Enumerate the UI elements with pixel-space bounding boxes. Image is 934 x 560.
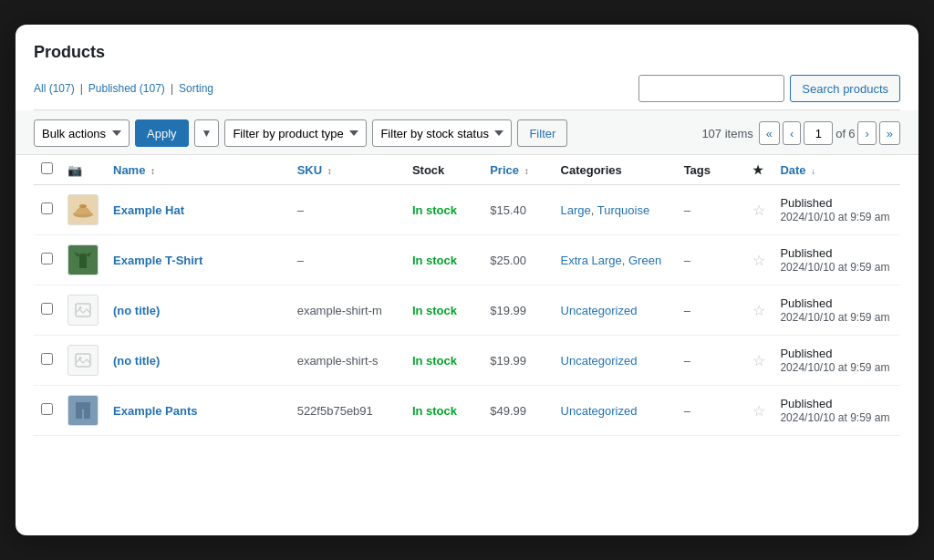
filter-published-link[interactable]: Published (107) <box>88 82 165 95</box>
row-stock-cell: In stock <box>405 235 483 285</box>
last-page-button[interactable]: » <box>879 121 900 145</box>
subnavbar: All (107) | Published (107) | Sorting Se… <box>34 75 900 110</box>
row-tags-cell: – <box>677 336 746 386</box>
row-checkbox[interactable] <box>41 303 53 315</box>
row-stock-cell: In stock <box>405 386 483 436</box>
search-area: Search products <box>638 75 900 102</box>
sort-name-link[interactable]: Name ↕ <box>113 163 155 177</box>
row-sku-cell: 522f5b75eb91 <box>290 386 405 436</box>
row-star-cell: ☆ <box>745 185 773 235</box>
row-price-cell: $15.40 <box>483 185 553 235</box>
row-tags-cell: – <box>677 285 746 336</box>
caret-button[interactable]: ▼ <box>194 119 220 147</box>
first-page-button[interactable]: « <box>759 121 780 145</box>
category-link[interactable]: Extra Large <box>561 254 622 267</box>
search-input[interactable] <box>638 75 784 102</box>
thumb-header: 📷 <box>60 155 106 185</box>
star-toggle[interactable]: ☆ <box>752 303 765 318</box>
sort-date-link[interactable]: Date ↓ <box>780 163 815 177</box>
row-thumb-cell <box>60 285 106 336</box>
row-checkbox[interactable] <box>41 403 53 415</box>
items-count: 107 items <box>701 127 752 140</box>
category-link[interactable]: Uncategorized <box>561 354 638 368</box>
table-body: Example Hat – In stock $15.40 Large, Tur… <box>34 185 900 436</box>
product-name-link[interactable]: Example Hat <box>113 203 184 217</box>
row-stock-cell: In stock <box>405 185 483 235</box>
row-categories-cell: Uncategorized <box>554 285 677 336</box>
row-sku-cell: example-shirt-m <box>290 285 405 336</box>
svg-rect-6 <box>76 402 90 410</box>
filter-all-link[interactable]: All (107) <box>34 82 75 95</box>
row-thumb-cell <box>60 235 106 285</box>
row-thumb-cell <box>60 386 106 436</box>
row-checkbox-cell <box>34 386 60 436</box>
sort-sku-link[interactable]: SKU ↕ <box>297 163 332 177</box>
row-name-cell: Example Pants <box>106 386 290 436</box>
row-price-cell: $25.00 <box>483 235 553 285</box>
pagination-area: 107 items « ‹ of 6 › » <box>701 121 900 145</box>
select-all-checkbox[interactable] <box>41 162 53 174</box>
row-sku-cell: – <box>290 185 405 235</box>
star-toggle[interactable]: ☆ <box>752 403 765 419</box>
price-header: Price ↕ <box>483 155 553 185</box>
sort-price-link[interactable]: Price ↕ <box>490 163 528 177</box>
row-stock-cell: In stock <box>405 285 483 336</box>
filter-product-type-select[interactable]: Filter by product type <box>224 119 367 147</box>
row-name-cell: Example Hat <box>106 185 290 235</box>
category-link[interactable]: Green <box>628 254 661 267</box>
filter-button[interactable]: Filter <box>517 119 567 147</box>
row-star-cell: ☆ <box>745 285 773 336</box>
svg-rect-7 <box>76 410 82 419</box>
row-price-cell: $19.99 <box>483 285 553 336</box>
pagination: « ‹ of 6 › » <box>759 121 900 145</box>
row-checkbox-cell <box>34 235 60 285</box>
row-checkbox-cell <box>34 185 60 235</box>
table-row: (no title) example-shirt-s In stock $19.… <box>34 336 900 386</box>
row-price-cell: $49.99 <box>483 386 553 436</box>
filters-bar: Bulk actions Apply ▼ Filter by product t… <box>16 110 918 155</box>
image-icon: 📷 <box>67 163 82 177</box>
row-checkbox[interactable] <box>41 353 53 365</box>
select-all-header <box>34 155 60 185</box>
row-thumb-cell <box>60 336 106 386</box>
table-header-row: 📷 Name ↕ SKU ↕ Stock P <box>34 155 900 185</box>
table-row: Example Hat – In stock $15.40 Large, Tur… <box>34 185 900 235</box>
product-name-link[interactable]: Example Pants <box>113 404 198 418</box>
page-number-input[interactable] <box>804 121 833 145</box>
date-header: Date ↓ <box>773 155 900 185</box>
search-products-button[interactable]: Search products <box>790 75 900 102</box>
name-header: Name ↕ <box>106 155 290 185</box>
star-toggle[interactable]: ☆ <box>752 253 765 268</box>
page-title: Products <box>34 43 900 62</box>
category-link[interactable]: Large <box>561 203 591 217</box>
row-name-cell: Example T-Shirt <box>106 235 290 285</box>
category-link[interactable]: Uncategorized <box>561 304 638 317</box>
row-star-cell: ☆ <box>745 386 773 436</box>
filter-stock-status-select[interactable]: Filter by stock status <box>372 119 512 147</box>
table-row: Example T-Shirt – In stock $25.00 Extra … <box>34 235 900 285</box>
prev-page-button[interactable]: ‹ <box>783 121 801 145</box>
row-price-cell: $19.99 <box>483 336 553 386</box>
total-pages: 6 <box>848 127 855 140</box>
star-toggle[interactable]: ☆ <box>752 202 765 218</box>
row-categories-cell: Uncategorized <box>554 386 677 436</box>
row-checkbox[interactable] <box>41 202 53 214</box>
sorting-link[interactable]: Sorting <box>179 82 213 95</box>
row-thumb-cell <box>60 185 106 235</box>
next-page-button[interactable]: › <box>857 121 876 145</box>
row-checkbox[interactable] <box>41 253 53 264</box>
category-link[interactable]: Uncategorized <box>561 404 638 418</box>
star-toggle[interactable]: ☆ <box>752 353 765 368</box>
tags-header: Tags <box>677 155 746 185</box>
svg-rect-8 <box>84 410 90 419</box>
bulk-actions-select[interactable]: Bulk actions <box>34 119 130 147</box>
category-link[interactable]: Turquoise <box>597 203 649 217</box>
table-row: Example Pants 522f5b75eb91 In stock $49.… <box>34 386 900 436</box>
row-stock-cell: In stock <box>405 336 483 386</box>
row-tags-cell: – <box>677 185 746 235</box>
row-name-cell: (no title) <box>106 336 290 386</box>
apply-button[interactable]: Apply <box>135 119 189 147</box>
row-date-cell: Published 2024/10/10 at 9:59 am <box>773 285 900 336</box>
product-name-link[interactable]: Example T-Shirt <box>113 254 202 267</box>
row-checkbox-cell <box>34 336 60 386</box>
